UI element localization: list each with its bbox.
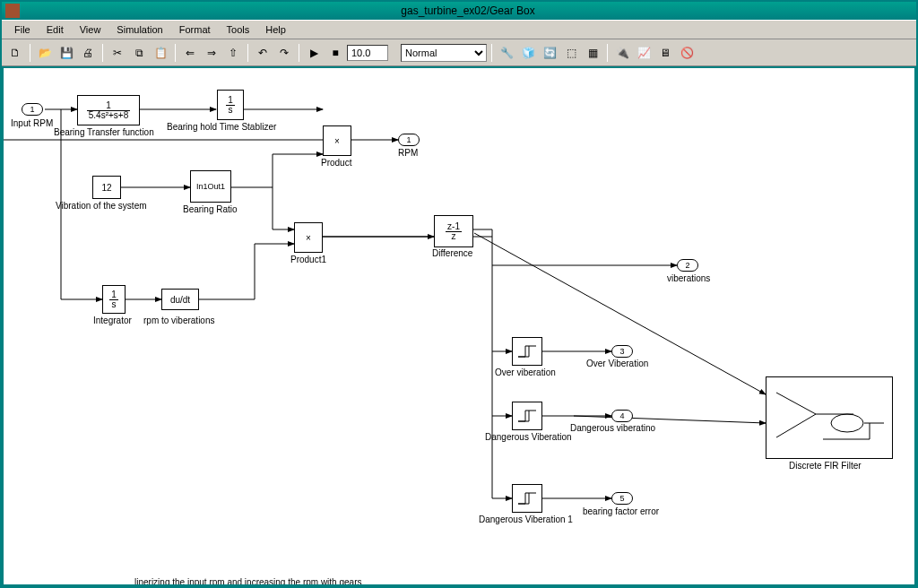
explorer-icon[interactable]: 🔌 xyxy=(612,43,632,63)
model-canvas[interactable]: 1 Input RPM 15.4s²+s+8 Bearing Transfer … xyxy=(4,68,914,584)
menu-view[interactable]: View xyxy=(73,22,108,37)
label-bearing-tf: Bearing Transfer function xyxy=(54,127,154,137)
block-integrator-bottom[interactable]: 1s xyxy=(102,285,126,314)
redo-icon[interactable]: ↷ xyxy=(274,43,294,63)
scope-icon[interactable]: 📈 xyxy=(634,43,654,63)
label-over-vib-out: Over Viberation xyxy=(586,359,648,368)
menu-simulation[interactable]: Simulation xyxy=(109,22,169,37)
app-window: gas_turbine_ex02/Gear Box File Edit View… xyxy=(0,0,918,588)
save-icon[interactable]: 💾 xyxy=(56,43,76,63)
app-icon xyxy=(5,4,20,18)
window-title: gas_turbine_ex02/Gear Box xyxy=(23,4,913,17)
label-input-rpm: Input RPM xyxy=(11,118,53,128)
label-over-vib-blk: Over viberation xyxy=(495,368,556,377)
play-icon[interactable]: ▶ xyxy=(304,43,324,63)
new-icon[interactable]: 🗋 xyxy=(5,43,25,63)
undo-icon[interactable]: ↶ xyxy=(253,43,273,63)
refresh-icon[interactable]: 🔄 xyxy=(540,43,559,63)
label-product1: Product1 xyxy=(290,255,326,264)
subsys-in-label: In1 xyxy=(196,182,208,191)
label-vib-sys: Vibration of the system xyxy=(56,201,147,211)
print-icon[interactable]: 🖨 xyxy=(78,43,98,63)
menu-help[interactable]: Help xyxy=(258,22,293,37)
label-vibrations: viberations xyxy=(667,273,710,283)
up-icon[interactable]: ⇧ xyxy=(223,43,243,63)
build-icon[interactable]: ⬚ xyxy=(561,43,581,63)
label-fir: Discrete FIR Filter xyxy=(789,461,862,471)
label-bearing-err: bearing factor error xyxy=(583,506,659,516)
block-difference[interactable]: z-1z xyxy=(434,215,473,247)
menu-edit[interactable]: Edit xyxy=(39,22,71,37)
subsys-out-label: Out1 xyxy=(208,182,226,191)
menu-bar: File Edit View Simulation Format Tools H… xyxy=(2,20,916,39)
label-dang-vib1-blk: Dangerous Viberation 1 xyxy=(479,514,573,524)
stop-icon[interactable]: ■ xyxy=(325,43,345,63)
sim-mode-select[interactable]: Normal xyxy=(401,44,487,62)
label-product: Product xyxy=(321,158,351,168)
block-dang-vib1[interactable] xyxy=(512,484,542,513)
label-dang-vib-out: Dangerous viberatino xyxy=(570,423,655,433)
forward-icon[interactable]: ⇒ xyxy=(202,43,221,63)
menu-tools[interactable]: Tools xyxy=(220,22,257,37)
block-over-vib[interactable] xyxy=(512,337,542,366)
label-integrator: Integrator xyxy=(93,316,132,325)
open-icon[interactable]: 📂 xyxy=(35,43,55,63)
toolbar: 🗋 📂 💾 🖨 ✂ ⧉ 📋 ⇐ ⇒ ⇧ ↶ ↷ ▶ ■ Normal 🔧 🧊 🔄… xyxy=(2,39,916,66)
model-icon[interactable]: 🧊 xyxy=(518,43,538,63)
annotation-footer: linerizing the input rpm and increasing … xyxy=(134,577,361,584)
port-input-rpm[interactable]: 1 xyxy=(22,103,43,116)
stop-time-input[interactable] xyxy=(347,45,388,61)
label-bearing-ratio: Bearing Ratio xyxy=(183,204,238,214)
menu-file[interactable]: File xyxy=(7,22,38,37)
disconnect-icon[interactable]: 🚫 xyxy=(677,43,697,63)
port-out-vibrations[interactable]: 2 xyxy=(677,259,698,272)
label-difference: Difference xyxy=(432,248,472,258)
title-bar[interactable]: gas_turbine_ex02/Gear Box xyxy=(2,2,916,20)
svg-point-10 xyxy=(831,414,863,432)
debug-icon[interactable]: ▦ xyxy=(583,43,602,63)
library-icon[interactable]: 🔧 xyxy=(497,43,516,63)
back-icon[interactable]: ⇐ xyxy=(180,43,200,63)
label-rpm-to-vib: rpm to viberations xyxy=(143,316,214,325)
block-transfer-fcn[interactable]: 15.4s²+s+8 xyxy=(77,95,140,125)
menu-format[interactable]: Format xyxy=(172,22,218,37)
label-bearing-hold: Bearing hold Time Stablizer xyxy=(167,122,276,132)
target-icon[interactable]: 🖥 xyxy=(655,43,675,63)
port-out-dang-vib[interactable]: 4 xyxy=(611,410,633,422)
block-integrator-top[interactable]: 1s xyxy=(217,90,244,120)
port-rpm[interactable]: 1 xyxy=(398,134,420,146)
cut-icon[interactable]: ✂ xyxy=(108,43,127,63)
block-constant-12[interactable]: 12 xyxy=(92,176,121,199)
block-product1[interactable]: × xyxy=(294,222,323,253)
paste-icon[interactable]: 📋 xyxy=(151,43,170,63)
block-product[interactable]: × xyxy=(323,125,351,156)
block-subsystem-bearing-ratio[interactable]: In1Out1 xyxy=(190,170,231,203)
block-dang-vib[interactable] xyxy=(512,402,542,430)
port-out-over-vib[interactable]: 3 xyxy=(611,345,633,358)
label-dang-vib-blk: Dangerous Viberation xyxy=(485,432,572,442)
block-fir-filter[interactable] xyxy=(766,376,893,459)
copy-icon[interactable]: ⧉ xyxy=(129,43,149,63)
block-derivative[interactable]: du/dt xyxy=(161,289,199,310)
port-out-bearing-err[interactable]: 5 xyxy=(611,492,633,505)
label-rpm: RPM xyxy=(398,148,418,158)
